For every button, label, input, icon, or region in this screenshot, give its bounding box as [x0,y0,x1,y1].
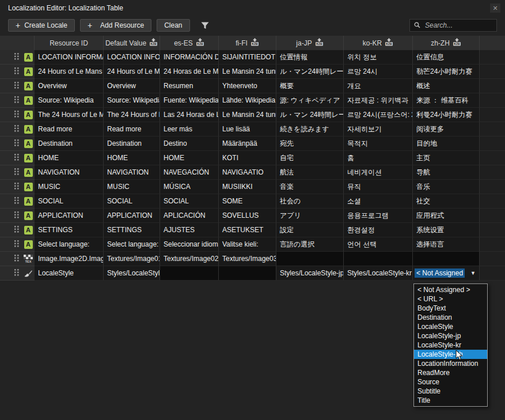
cell-ja_jp[interactable]: アプリ [276,209,344,223]
dropdown-item[interactable]: Title [414,396,487,405]
cell-zh_zh[interactable]: 应用程式 [413,209,480,223]
cell-es_es[interactable]: 24 Horas de Le Mans [160,65,219,79]
cell-resource_id[interactable]: SETTINGS [35,223,104,237]
cell-ko_kr[interactable]: 환경설정 [344,223,413,237]
dropdown-item[interactable]: Destination [414,313,487,322]
cell-fi_fi[interactable]: Lue lisää [219,122,276,137]
cell-zh_zh[interactable]: 利曼24小时耐力赛 [413,108,480,122]
cell-default_value[interactable]: Textures/Image01 [104,252,160,266]
cell-resource_id[interactable]: MUSIC [35,180,104,194]
row-drag-handle[interactable] [0,65,22,79]
cell-zh_zh[interactable]: 概述 [413,79,480,93]
column-header-fi_fi[interactable]: fi-FIKZB [219,36,276,50]
cell-default_value[interactable]: Destination [104,137,160,151]
cell-fi_fi[interactable]: Valitse kieli: [219,237,276,252]
cell-default_value[interactable]: LOCATION INFORMATION [104,50,160,65]
cell-es_es[interactable]: Fuente: Wikipedia [160,93,219,108]
cell-fi_fi[interactable]: MUSIIKKI [219,180,276,194]
cell-es_es[interactable]: Resumen [160,79,219,93]
cell-es_es[interactable]: Leer más [160,122,219,137]
cell-zh_zh[interactable]: 系统设置 [413,223,480,237]
row-drag-handle[interactable] [0,108,22,122]
cell-zh_zh[interactable]: 社交 [413,194,480,209]
cell-fi_fi[interactable]: Yhteenveto [219,79,276,93]
cell-ko_kr[interactable]: 홈 [344,151,413,165]
cell-resource_id[interactable]: 24 Hours of Le Mans [35,65,104,79]
cell-resource_id[interactable]: The 24 Hours of Le Mans [35,108,104,122]
cell-fi_fi[interactable]: SOVELLUS [219,209,276,223]
cell-fi_fi[interactable]: Määränpää [219,137,276,151]
cell-ja_jp[interactable]: Styles/LocaleStyle-jp [276,266,344,281]
cell-resource_id[interactable]: Select language: [35,237,104,252]
dropdown-item[interactable]: LocaleStyle-zh [414,350,487,359]
dropdown-item[interactable]: < URL > [414,294,487,304]
cell-default_value[interactable]: Read more [104,122,160,137]
cell-es_es[interactable]: APLICACIÓN [160,209,219,223]
cell-default_value[interactable]: 24 Hours of Le Mans [104,65,160,79]
cell-ja_jp[interactable]: 社会の [276,194,344,209]
cell-default_value[interactable]: SOCIAL [104,194,160,209]
cell-es_es[interactable]: SOCIAL [160,194,219,209]
cell-default_value[interactable]: Source: Wikipedia [104,93,160,108]
search-input[interactable] [424,21,492,30]
cell-resource_id[interactable]: SOCIAL [35,194,104,209]
cell-ja_jp[interactable]: 航法 [276,165,344,180]
dropdown-item[interactable]: LocaleStyle-jp [414,331,487,340]
row-drag-handle[interactable] [0,151,22,165]
cell-ja_jp[interactable]: 設定 [276,223,344,237]
cell-fi_fi[interactable]: ASETUKSET [219,223,276,237]
cell-default_value[interactable]: APPLICATION [104,209,160,223]
row-drag-handle[interactable] [0,194,22,209]
column-header-es_es[interactable]: es-ESKZB [160,36,219,50]
column-header-ko_kr[interactable]: ko-KRKZB [344,36,413,50]
row-drag-handle[interactable] [0,79,22,93]
dropdown-item[interactable]: < Not Assigned > [414,285,487,294]
cell-ja_jp[interactable]: ル・マン24時間レース [276,65,344,79]
column-header-default_value[interactable]: Default ValueKZB [104,36,160,50]
cell-zh_zh[interactable]: 位置信息 [413,50,480,65]
cell-zh_zh[interactable]: 勒芒24小时耐力赛 [413,65,480,79]
column-header-zh_zh[interactable]: zh-ZHKZB [413,36,480,50]
add-resource-button[interactable]: + Add Resource [80,19,151,32]
cell-ja_jp[interactable]: 概要 [276,79,344,93]
cell-ko_kr[interactable]: 소셜 [344,194,413,209]
cell-ko_kr[interactable]: 뮤직 [344,180,413,194]
row-drag-handle[interactable] [0,209,22,223]
cell-resource_id[interactable]: APPLICATION [35,209,104,223]
cell-es_es[interactable]: HOME [160,151,219,165]
cell-resource_id[interactable]: Source: Wikipedia [35,93,104,108]
cell-default_value[interactable]: SETTINGS [104,223,160,237]
row-drag-handle[interactable] [0,237,22,252]
cell-ja_jp[interactable]: 音楽 [276,180,344,194]
cell-resource_id[interactable]: Destination [35,137,104,151]
cell-zh_zh[interactable] [413,252,480,266]
cell-es_es[interactable]: Destino [160,137,219,151]
cell-ko_kr[interactable]: Styles/LocaleStyle-kr [344,266,413,281]
cell-zh_zh[interactable]: 导航 [413,165,480,180]
cell-default_value[interactable]: Styles/LocaleStyle [104,266,160,281]
row-drag-handle[interactable] [0,165,22,180]
cell-ko_kr[interactable]: 위치 정보 [344,50,413,65]
cell-ko_kr[interactable]: 언어 선택 [344,237,413,252]
clean-button[interactable]: Clean [157,19,189,32]
row-drag-handle[interactable] [0,50,22,65]
cell-fi_fi[interactable]: Textures/Image03 [219,252,276,266]
cell-default_value[interactable]: HOME [104,151,160,165]
cell-ko_kr[interactable]: 네비게이션 [344,165,413,180]
row-drag-handle[interactable] [0,252,22,266]
cell-es_es[interactable]: MÚSICA [160,180,219,194]
cell-es_es[interactable]: NAVEGACIÓN [160,165,219,180]
cell-zh_zh[interactable]: 阅读更多 [413,122,480,137]
dropdown-item[interactable]: LocationInformation [414,359,487,368]
cell-fi_fi[interactable]: KOTI [219,151,276,165]
cell-es_es[interactable]: INFORMACIÓN DE UBICACIÓN [160,50,219,65]
cell-resource_id[interactable]: Image.Image2D.Image [35,252,104,266]
close-icon[interactable]: ✕ [490,3,500,13]
cell-default_value[interactable]: The 24 Hours of Le Mans [104,108,160,122]
cell-ko_kr[interactable]: 개요 [344,79,413,93]
cell-ja_jp[interactable]: 源: ウィキペディア [276,93,344,108]
cell-fi_fi[interactable]: SIJAINTITIEDOT [219,50,276,65]
cell-resource_id[interactable]: LocaleStyle [35,266,104,281]
cell-ja_jp[interactable]: ル・マン 24時間レース（ [276,108,344,122]
dropdown-item[interactable]: BodyText [414,304,487,313]
